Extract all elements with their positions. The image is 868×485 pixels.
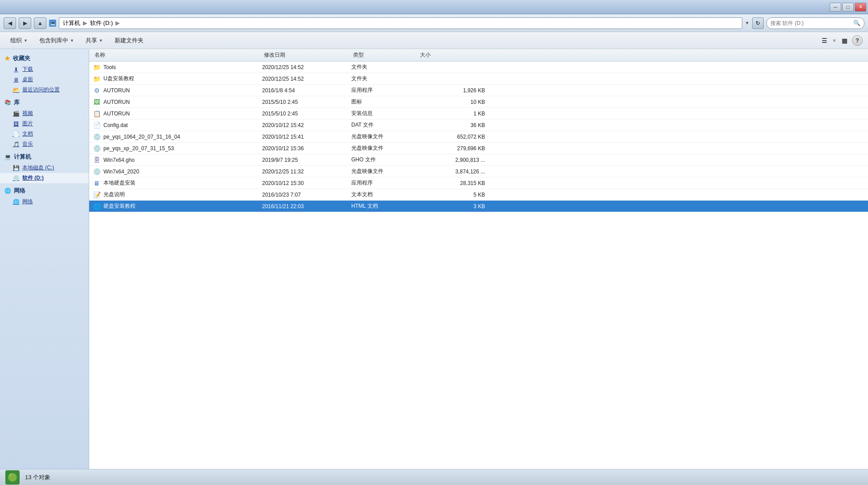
file-date-cell: 2020/12/25 11:32 — [262, 169, 351, 175]
table-row[interactable]: 🖥 本地硬盘安装 2020/10/12 15:30 应用程序 28,315 KB — [89, 177, 868, 189]
library-header[interactable]: 📚 库 — [0, 97, 89, 108]
file-list: 📁 Tools 2020/12/25 14:52 文件夹 📁 U盘安装教程 20… — [89, 62, 868, 212]
new-folder-button[interactable]: 新建文件夹 — [110, 34, 148, 47]
titlebar: ─ □ ✕ — [0, 0, 868, 14]
video-icon: 🎬 — [12, 110, 20, 117]
refresh-icon: ↻ — [756, 20, 760, 26]
table-row[interactable]: 💿 pe_yqs_xp_20_07_31_15_53 2020/10/12 15… — [89, 143, 868, 154]
table-row[interactable]: 📁 Tools 2020/12/25 14:52 文件夹 — [89, 62, 868, 73]
table-row[interactable]: 🌐 硬盘安装教程 2016/11/21 22:03 HTML 文档 3 KB — [89, 201, 868, 212]
network-icon: 🌐 — [12, 198, 20, 206]
file-date-cell: 2015/5/10 2:45 — [262, 99, 351, 105]
file-name: AUTORUN — [103, 111, 130, 117]
view-arrow[interactable]: ▼ — [832, 38, 837, 43]
up-button[interactable]: ▲ — [34, 17, 46, 29]
forward-button[interactable]: ▶ — [19, 17, 31, 29]
share-button[interactable]: 共享 ▼ — [81, 34, 108, 47]
sidebar-item-pictures[interactable]: 🖼 图片 — [0, 119, 89, 129]
share-arrow: ▼ — [99, 38, 103, 43]
file-icon: 🖥 — [93, 179, 101, 187]
file-size-cell: 10 KB — [418, 99, 485, 105]
maximize-button[interactable]: □ — [842, 3, 854, 12]
organize-button[interactable]: 组织 ▼ — [5, 34, 33, 47]
desktop-label: 桌面 — [22, 76, 33, 83]
sidebar-item-video[interactable]: 🎬 视频 — [0, 108, 89, 119]
sidebar-item-c-drive[interactable]: 💾 本地磁盘 (C:) — [0, 163, 89, 173]
minimize-button[interactable]: ─ — [830, 3, 841, 12]
file-icon: 📁 — [93, 75, 101, 83]
col-header-name[interactable]: 名称 — [93, 49, 262, 61]
file-date-cell: 2019/9/7 19:25 — [262, 157, 351, 163]
view-toggle-button[interactable]: ☰ — [819, 35, 830, 46]
file-name: Tools — [103, 64, 116, 70]
include-button[interactable]: 包含到库中 ▼ — [34, 34, 79, 47]
help-button[interactable]: ? — [852, 35, 863, 46]
back-button[interactable]: ◀ — [4, 17, 16, 29]
sidebar-item-documents[interactable]: 📄 文档 — [0, 129, 89, 139]
library-folder-icon: 📚 — [4, 99, 11, 106]
file-type-cell: 文件夹 — [351, 75, 418, 82]
table-row[interactable]: 🗄 Win7x64.gho 2019/9/7 19:25 GHO 文件 2,90… — [89, 154, 868, 166]
breadcrumb-dropdown-icon[interactable]: ▼ — [745, 21, 749, 25]
table-row[interactable]: 📁 U盘安装教程 2020/12/25 14:52 文件夹 — [89, 73, 868, 85]
video-label: 视频 — [22, 110, 33, 117]
search-input[interactable] — [770, 20, 852, 26]
main-layout: ★ 收藏夹 ⬇ 下载 🖥 桌面 📂 最近访问的位置 📚 库 🎬 — [0, 49, 868, 469]
file-name: Win7x64_2020 — [103, 169, 139, 175]
favorites-section: ★ 收藏夹 ⬇ 下载 🖥 桌面 📂 最近访问的位置 — [0, 53, 89, 95]
sidebar-item-d-drive[interactable]: 💿 软件 (D:) — [0, 173, 89, 183]
breadcrumb-drive[interactable]: 软件 (D:) — [90, 19, 113, 27]
table-row[interactable]: 💿 Win7x64_2020 2020/12/25 11:32 光盘映像文件 3… — [89, 166, 868, 177]
file-icon: 💿 — [93, 144, 101, 152]
file-name-cell: 📋 AUTORUN — [93, 110, 262, 118]
network-header[interactable]: 🌐 网络 — [0, 185, 89, 197]
file-name-cell: 🌐 硬盘安装教程 — [93, 202, 262, 210]
table-row[interactable]: 💿 pe_yqs_1064_20_07_31_16_04 2020/10/12 … — [89, 131, 868, 143]
file-type-cell: 应用程序 — [351, 86, 418, 94]
breadcrumb-bar[interactable]: 计算机 ▶ 软件 (D:) ▶ — [59, 17, 742, 29]
file-size-cell: 2,900,813 ... — [418, 157, 485, 163]
table-row[interactable]: ⚙ AUTORUN 2016/1/8 4:54 应用程序 1,926 KB — [89, 85, 868, 96]
refresh-button[interactable]: ↻ — [752, 17, 764, 29]
table-row[interactable]: 🖼 AUTORUN 2015/5/10 2:45 图标 10 KB — [89, 96, 868, 108]
file-size-cell: 3 KB — [418, 203, 485, 210]
file-name: AUTORUN — [103, 87, 130, 94]
table-row[interactable]: 📄 Config.dat 2020/10/12 15:42 DAT 文件 36 … — [89, 119, 868, 131]
computer-header[interactable]: 💻 计算机 — [0, 151, 89, 163]
forward-icon: ▶ — [23, 20, 27, 26]
breadcrumb-computer[interactable]: 计算机 — [63, 19, 80, 27]
file-icon: 💿 — [93, 133, 101, 141]
file-icon: ⚙ — [93, 86, 101, 95]
organize-label: 组织 — [10, 37, 22, 45]
col-header-modified[interactable]: 修改日期 — [262, 49, 351, 61]
titlebar-buttons: ─ □ ✕ — [830, 3, 866, 12]
music-icon: 🎵 — [12, 141, 20, 148]
favorites-header[interactable]: ★ 收藏夹 — [0, 53, 89, 64]
preview-pane-button[interactable]: ▦ — [839, 35, 850, 46]
col-header-size[interactable]: 大小 — [418, 49, 485, 61]
table-row[interactable]: 📋 AUTORUN 2015/5/10 2:45 安装信息 1 KB — [89, 108, 868, 119]
file-name-cell: 📁 Tools — [93, 63, 262, 71]
file-size-cell: 1 KB — [418, 111, 485, 117]
desktop-icon: 🖥 — [12, 76, 20, 83]
table-row[interactable]: 📝 光盘说明 2016/10/23 7:07 文本文档 5 KB — [89, 189, 868, 201]
sidebar-item-recent[interactable]: 📂 最近访问的位置 — [0, 85, 89, 95]
file-type-cell: 光盘映像文件 — [351, 133, 418, 140]
statusbar: 🟢 13 个对象 — [0, 469, 868, 485]
breadcrumb-sep-2: ▶ — [115, 20, 120, 26]
search-bar[interactable]: 🔍 — [766, 17, 864, 29]
sidebar-item-music[interactable]: 🎵 音乐 — [0, 139, 89, 149]
sidebar-item-network[interactable]: 🌐 网络 — [0, 197, 89, 207]
close-button[interactable]: ✕ — [855, 3, 866, 12]
file-icon: 🗄 — [93, 156, 101, 164]
file-type-cell: HTML 文档 — [351, 202, 418, 210]
col-header-type[interactable]: 类型 — [351, 49, 418, 61]
file-date-cell: 2016/11/21 22:03 — [262, 203, 351, 210]
sidebar-item-download[interactable]: ⬇ 下载 — [0, 64, 89, 74]
breadcrumb-sep-1: ▶ — [83, 20, 87, 26]
sidebar-item-desktop[interactable]: 🖥 桌面 — [0, 74, 89, 85]
file-name-cell: 📁 U盘安装教程 — [93, 75, 262, 83]
file-type-cell: 光盘映像文件 — [351, 168, 418, 175]
c-drive-label: 本地磁盘 (C:) — [22, 164, 54, 172]
file-name: 光盘说明 — [103, 191, 125, 198]
